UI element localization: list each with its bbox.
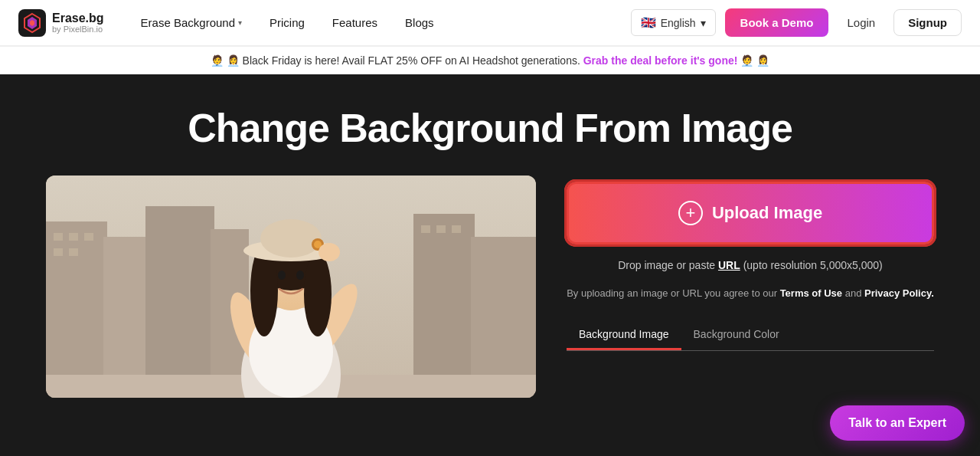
url-link[interactable]: URL (718, 259, 740, 271)
language-selector[interactable]: 🇬🇧 English ▾ (631, 9, 716, 36)
svg-rect-4 (145, 206, 214, 398)
nav-right: 🇬🇧 English ▾ Book a Demo Login Signup (631, 8, 962, 37)
svg-point-32 (318, 243, 340, 261)
nav-pricing[interactable]: Pricing (257, 10, 317, 35)
svg-rect-14 (436, 225, 446, 233)
tab-background-image[interactable]: Background Image (567, 320, 681, 350)
login-button[interactable]: Login (838, 10, 884, 35)
banner-text-before: 🧑‍💼 👩‍💼 Black Friday is here! Avail FLAT… (211, 54, 580, 67)
logo-title: Erase.bg (52, 11, 104, 25)
banner-text-after: 🧑‍💼 👩‍💼 (740, 54, 769, 67)
svg-rect-7 (471, 237, 536, 398)
svg-point-25 (304, 252, 332, 336)
banner-deal-link[interactable]: Grab the deal before it's gone! (583, 54, 738, 67)
upload-button-label: Upload Image (712, 203, 822, 223)
svg-rect-6 (413, 214, 475, 398)
background-tabs: Background Image Background Color (567, 320, 934, 351)
nav-erase-background[interactable]: Erase Background ▾ (129, 10, 254, 35)
talk-to-expert-button[interactable]: Talk to an Expert (830, 405, 965, 441)
svg-point-27 (260, 219, 322, 258)
svg-rect-2 (46, 221, 107, 398)
drop-instruction: Drop image or paste URL (upto resolution… (567, 257, 934, 274)
terms-of-use-link[interactable]: Terms of Use (780, 287, 842, 299)
chevron-down-icon: ▾ (701, 17, 706, 29)
svg-rect-8 (54, 233, 63, 241)
flag-icon: 🇬🇧 (641, 15, 656, 30)
svg-point-30 (278, 271, 286, 280)
upload-image-button[interactable]: + Upload Image (567, 182, 934, 244)
promo-banner: 🧑‍💼 👩‍💼 Black Friday is here! Avail FLAT… (0, 46, 980, 74)
svg-rect-10 (84, 233, 93, 241)
nav-features[interactable]: Features (320, 10, 390, 35)
sample-image-panel (46, 176, 536, 398)
svg-rect-15 (452, 225, 461, 233)
svg-rect-13 (421, 225, 430, 233)
city-scene (46, 176, 536, 398)
tab-background-color[interactable]: Background Color (681, 320, 792, 350)
svg-rect-9 (69, 233, 78, 241)
hero-title: Change Background From Image (46, 105, 934, 151)
drop-text-after: (upto resolution 5,000x5,000) (743, 259, 883, 271)
privacy-policy-link[interactable]: Privacy Policy. (864, 287, 934, 299)
chevron-down-icon: ▾ (238, 18, 242, 27)
terms-text: By uploading an image or URL you agree t… (567, 286, 934, 302)
terms-and: and (845, 287, 862, 299)
logo-text: Erase.bg by PixelBin.io (52, 11, 104, 34)
svg-rect-11 (54, 248, 63, 256)
terms-text-before: By uploading an image or URL you agree t… (567, 287, 777, 299)
logo-icon (18, 9, 46, 37)
svg-point-31 (296, 271, 304, 280)
language-label: English (661, 17, 696, 29)
content-area: + Upload Image Drop image or paste URL (… (46, 176, 934, 398)
plus-icon: + (678, 201, 703, 225)
main-section: Change Background From Image (0, 74, 980, 452)
book-demo-button[interactable]: Book a Demo (725, 8, 829, 37)
upload-panel: + Upload Image Drop image or paste URL (… (567, 176, 934, 351)
navbar: Erase.bg by PixelBin.io Erase Background… (0, 0, 980, 46)
logo[interactable]: Erase.bg by PixelBin.io (18, 9, 104, 37)
nav-links: Erase Background ▾ Pricing Features Blog… (129, 10, 631, 35)
svg-rect-3 (103, 237, 149, 398)
nav-blogs[interactable]: Blogs (393, 10, 446, 35)
signup-button[interactable]: Signup (893, 9, 962, 36)
logo-subtitle: by PixelBin.io (52, 25, 104, 34)
drop-text-before: Drop image or paste (618, 259, 715, 271)
svg-rect-12 (69, 248, 78, 256)
